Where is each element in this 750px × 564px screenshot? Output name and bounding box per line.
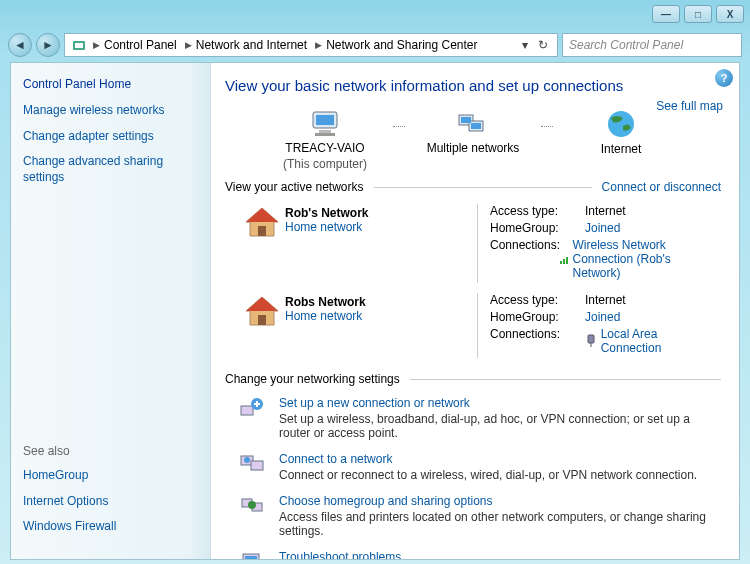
access-type-value: Internet <box>585 204 626 218</box>
active-networks-header: View your active networks <box>225 180 364 194</box>
svg-rect-16 <box>566 257 568 264</box>
settings-icon <box>239 396 267 420</box>
map-mid-label: Multiple networks <box>427 141 520 155</box>
settings-item: Choose homegroup and sharing options Acc… <box>239 494 721 538</box>
map-pc-sub: (This computer) <box>283 157 367 171</box>
dropdown-icon[interactable]: ▾ <box>519 38 531 52</box>
page-title: View your basic network information and … <box>225 77 721 94</box>
sidebar-link-adapter[interactable]: Change adapter settings <box>23 129 198 145</box>
svg-rect-5 <box>315 133 335 136</box>
homegroup-label: HomeGroup: <box>490 221 585 235</box>
refresh-icon[interactable]: ↻ <box>535 38 551 52</box>
homegroup-label: HomeGroup: <box>490 310 585 324</box>
svg-rect-15 <box>563 259 565 264</box>
homegroup-link[interactable]: Joined <box>585 310 620 324</box>
svg-rect-9 <box>471 123 481 129</box>
map-internet-label: Internet <box>601 142 642 156</box>
main-panel: ? View your basic network information an… <box>211 63 739 559</box>
help-icon[interactable]: ? <box>715 69 733 87</box>
settings-description: Connect or reconnect to a wireless, wire… <box>279 468 697 482</box>
sidebar-related-firewall[interactable]: Windows Firewall <box>23 519 198 535</box>
search-input[interactable]: Search Control Panel <box>562 33 742 57</box>
svg-rect-8 <box>461 117 471 123</box>
svg-point-27 <box>244 457 250 463</box>
connection-link[interactable]: Wireless Network Connection (Rob's Netwo… <box>560 238 721 280</box>
settings-item: Connect to a network Connect or reconnec… <box>239 452 721 482</box>
network-map: TREACY-VAIO (This computer) Multiple net… <box>225 108 721 172</box>
see-also-label: See also <box>23 444 198 458</box>
network-item: Rob's Network Home network Access type:I… <box>239 204 721 283</box>
network-item: Robs Network Home network Access type:In… <box>239 293 721 358</box>
network-type-link[interactable]: Home network <box>285 220 362 234</box>
svg-rect-3 <box>316 115 334 125</box>
globe-icon <box>605 108 637 140</box>
access-type-label: Access type: <box>490 204 585 218</box>
settings-icon: ! <box>239 550 267 559</box>
settings-item: Set up a new connection or network Set u… <box>239 396 721 440</box>
network-type-link[interactable]: Home network <box>285 309 362 323</box>
settings-description: Access files and printers located on oth… <box>279 510 721 538</box>
breadcrumb[interactable]: ▶Control Panel <box>91 37 179 53</box>
close-button[interactable]: X <box>716 5 744 23</box>
house-icon <box>239 293 285 358</box>
map-pc-label: TREACY-VAIO <box>285 141 364 155</box>
breadcrumb[interactable]: ▶Network and Sharing Center <box>313 37 479 53</box>
settings-icon <box>239 494 267 518</box>
address-bar[interactable]: ▶Control Panel ▶Network and Internet ▶Ne… <box>64 33 558 57</box>
svg-text:!: ! <box>256 558 260 559</box>
house-icon <box>239 204 285 283</box>
connection-link[interactable]: Local Area Connection <box>585 327 721 355</box>
settings-icon <box>239 452 267 476</box>
minimize-button[interactable]: — <box>652 5 680 23</box>
back-button[interactable]: ◄ <box>8 33 32 57</box>
sidebar-related-internet[interactable]: Internet Options <box>23 494 198 510</box>
settings-link[interactable]: Troubleshoot problems <box>279 550 674 559</box>
sidebar: Control Panel Home Manage wireless netwo… <box>11 63 211 559</box>
svg-marker-12 <box>246 208 278 222</box>
window-titlebar: — □ X <box>0 0 750 28</box>
multi-network-icon <box>455 109 491 139</box>
breadcrumb[interactable]: ▶Network and Internet <box>183 37 309 53</box>
content-pane: Control Panel Home Manage wireless netwo… <box>10 62 740 560</box>
forward-button[interactable]: ► <box>36 33 60 57</box>
see-full-map-link[interactable]: See full map <box>656 99 723 113</box>
settings-link[interactable]: Connect to a network <box>279 452 697 466</box>
sidebar-link-wireless[interactable]: Manage wireless networks <box>23 103 198 119</box>
svg-rect-23 <box>241 406 253 415</box>
svg-rect-20 <box>258 315 266 325</box>
connections-label: Connections: <box>490 238 560 280</box>
svg-point-30 <box>248 501 256 509</box>
connections-label: Connections: <box>490 327 585 355</box>
sidebar-home[interactable]: Control Panel Home <box>23 77 198 91</box>
settings-description: Set up a wireless, broadband, dial-up, a… <box>279 412 721 440</box>
svg-marker-19 <box>246 297 278 311</box>
svg-rect-13 <box>258 226 266 236</box>
svg-rect-14 <box>560 261 562 264</box>
svg-rect-1 <box>75 43 83 48</box>
connect-disconnect-link[interactable]: Connect or disconnect <box>602 180 721 194</box>
svg-rect-4 <box>319 130 331 133</box>
settings-link[interactable]: Set up a new connection or network <box>279 396 721 410</box>
svg-point-10 <box>608 111 634 137</box>
access-type-value: Internet <box>585 293 626 307</box>
maximize-button[interactable]: □ <box>684 5 712 23</box>
folder-icon <box>71 37 87 53</box>
settings-header: Change your networking settings <box>225 372 400 386</box>
sidebar-link-sharing[interactable]: Change advanced sharing settings <box>23 154 198 185</box>
svg-rect-26 <box>251 461 263 470</box>
network-name: Rob's Network <box>285 206 465 220</box>
homegroup-link[interactable]: Joined <box>585 221 620 235</box>
settings-link[interactable]: Choose homegroup and sharing options <box>279 494 721 508</box>
access-type-label: Access type: <box>490 293 585 307</box>
svg-rect-21 <box>588 335 594 343</box>
computer-icon <box>307 109 343 139</box>
settings-item: ! Troubleshoot problems Diagnose and rep… <box>239 550 721 559</box>
sidebar-related-homegroup[interactable]: HomeGroup <box>23 468 198 484</box>
nav-toolbar: ◄ ► ▶Control Panel ▶Network and Internet… <box>0 28 750 62</box>
network-name: Robs Network <box>285 295 465 309</box>
